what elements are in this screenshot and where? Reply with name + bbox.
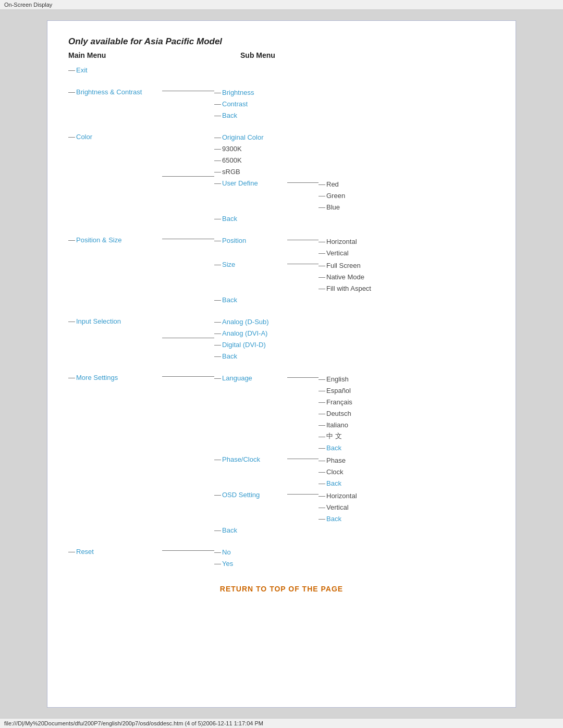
fill-with-aspect: Fill with Aspect (326, 285, 371, 292)
digital-dvid: Digital (DVI-D) (222, 341, 266, 349)
clock-item: Clock (326, 468, 344, 476)
phase-clock-sublabel: Phase/Clock (222, 455, 260, 463)
reset-row: — Reset — No — Yes (68, 545, 495, 569)
h-connector-brightness (162, 91, 214, 91)
exit-row: — Exit (68, 65, 495, 76)
exit-label: Exit (76, 65, 88, 76)
osd-horizontal: Horizontal (326, 492, 357, 500)
user-define: User Define (222, 179, 258, 187)
language-back: Back (326, 444, 341, 452)
reset-no: No (222, 548, 231, 556)
reset-yes: Yes (222, 560, 233, 567)
header-main-menu: Main Menu (68, 51, 173, 59)
francais: Français (326, 398, 352, 406)
more-settings-back: Back (222, 526, 237, 534)
position-size-row: — Position & Size — Position (68, 233, 495, 305)
return-to-top[interactable]: RETURN TO TOP OF THE PAGE (68, 585, 495, 593)
color-label: Color (76, 131, 92, 143)
main-content: Only available for Asia Pacific Model Ma… (0, 10, 563, 718)
brightness-item: Brightness (222, 89, 254, 96)
input-selection-label: Input Selection (76, 316, 121, 327)
9300k: 9300K (222, 145, 242, 153)
native-mode: Native Mode (326, 273, 364, 281)
color-back: Back (222, 215, 237, 223)
header-sub-menu: Sub Menu (240, 51, 275, 59)
title-text: On-Screen Display (4, 2, 52, 8)
language-sublabel: Language (222, 374, 252, 382)
status-bar: file:///D|/My%20Documents/dfu/200P7/engl… (0, 718, 563, 728)
contrast-item: Contrast (222, 100, 248, 108)
brightness-contrast-label: Brightness & Contrast (76, 87, 142, 98)
page-title: Only available for Asia Pacific Model (68, 36, 495, 47)
original-color: Original Color (222, 133, 263, 141)
h-connector-color (162, 176, 214, 177)
more-settings-row: — More Settings — Language (68, 371, 495, 536)
phase-back: Back (326, 479, 341, 487)
italiano: Italiano (326, 421, 348, 429)
green-item: Green (326, 192, 345, 200)
brightness-row: — Brightness & Contrast — Brightness — C… (68, 85, 495, 121)
osd-vertical: Vertical (326, 503, 349, 511)
osd-setting-sublabel: OSD Setting (222, 491, 260, 499)
chinese: 中 文 (326, 431, 342, 441)
osd-back: Back (326, 515, 341, 523)
phase-item: Phase (326, 456, 346, 464)
position-sublabel: Position (222, 237, 246, 244)
exit-label-wrap: — Exit (68, 65, 162, 76)
input-back: Back (222, 352, 237, 360)
title-bar: On-Screen Display (0, 0, 563, 10)
blue-item: Blue (326, 203, 340, 211)
red-item: Red (326, 180, 339, 188)
pos-back: Back (222, 296, 237, 304)
more-settings-label: More Settings (76, 372, 118, 384)
position-size-label: Position & Size (76, 235, 121, 246)
reset-label: Reset (76, 546, 94, 558)
deutsch: Deutsch (326, 410, 351, 417)
full-screen: Full Screen (326, 262, 361, 269)
h-connector-reset (162, 550, 214, 551)
analog-dsub: Analog (D-Sub) (222, 318, 269, 326)
input-selection-row: — Input Selection — Analog (D-Sub) — Ana… (68, 315, 495, 362)
h-connector-input (162, 338, 214, 338)
vertical-pos: Vertical (326, 249, 349, 257)
srgb: sRGB (222, 168, 240, 176)
status-text: file:///D|/My%20Documents/dfu/200P7/engl… (4, 720, 263, 726)
headers-row: Main Menu Sub Menu (68, 51, 495, 59)
brightness-back: Back (222, 112, 237, 119)
analog-dvia: Analog (DVI-A) (222, 329, 267, 337)
espanol: Español (326, 387, 351, 394)
english: English (326, 375, 349, 383)
size-sublabel: Size (222, 261, 235, 268)
horizontal-pos: Horizontal (326, 238, 357, 245)
color-row: — Color — Original Color — 9300K — 6500 (68, 130, 495, 224)
h-connector-more (162, 376, 214, 377)
h-connector-pos (162, 239, 214, 239)
6500k: 6500K (222, 156, 242, 164)
page-box: Only available for Asia Pacific Model Ma… (47, 20, 516, 708)
